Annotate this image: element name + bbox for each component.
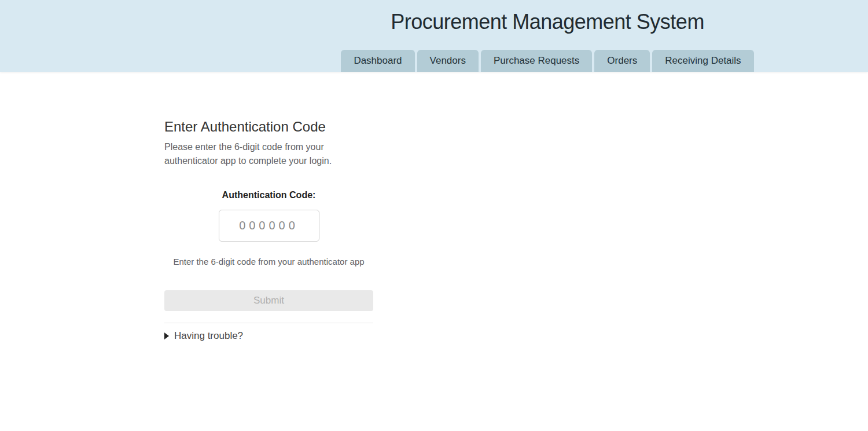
nav-tab-receiving-details[interactable]: Receiving Details: [652, 50, 753, 72]
auth-heading: Enter Authentication Code: [164, 118, 373, 136]
nav-tab-dashboard[interactable]: Dashboard: [341, 50, 414, 72]
submit-button[interactable]: Submit: [164, 290, 373, 311]
auth-form: Authentication Code: Enter the 6-digit c…: [164, 189, 373, 311]
header-inner: Procurement Management System Dashboard …: [333, 0, 762, 72]
auth-code-input[interactable]: [219, 210, 319, 242]
input-row: [164, 210, 373, 242]
divider: [164, 323, 373, 323]
nav-tab-purchase-requests[interactable]: Purchase Requests: [481, 50, 592, 72]
main-content: Enter Authentication Code Please enter t…: [0, 118, 868, 342]
having-trouble-details: Having trouble?: [164, 330, 373, 342]
auth-code-label: Authentication Code:: [164, 189, 373, 202]
auth-description: Please enter the 6-digit code from your …: [164, 140, 373, 168]
auth-card: Enter Authentication Code Please enter t…: [164, 118, 373, 342]
page-title: Procurement Management System: [333, 0, 762, 34]
main-nav: Dashboard Vendors Purchase Requests Orde…: [333, 50, 762, 72]
having-trouble-toggle[interactable]: Having trouble?: [164, 330, 373, 342]
auth-helper-text: Enter the 6-digit code from your authent…: [164, 255, 373, 268]
nav-tab-orders[interactable]: Orders: [594, 50, 650, 72]
disclosure-triangle-icon: [164, 333, 169, 339]
nav-tab-vendors[interactable]: Vendors: [417, 50, 479, 72]
having-trouble-label: Having trouble?: [174, 330, 243, 342]
app-header: Procurement Management System Dashboard …: [0, 0, 868, 72]
